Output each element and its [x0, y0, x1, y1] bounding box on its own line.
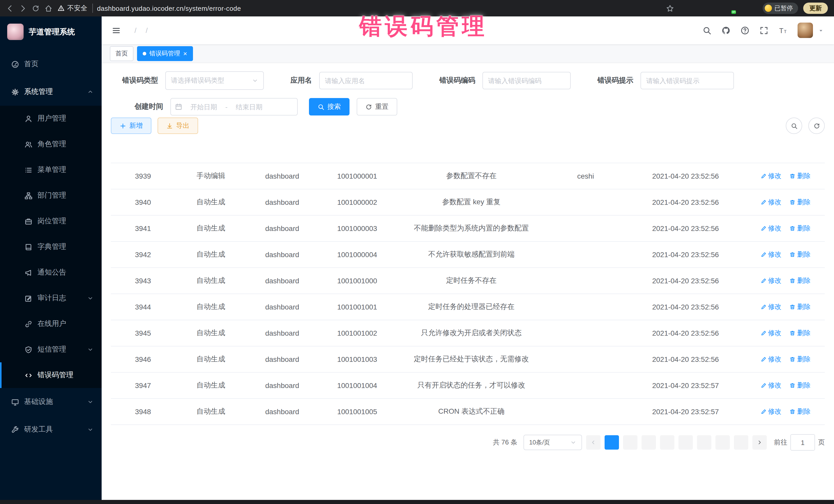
sidebar-item[interactable]: 在线用户: [0, 311, 102, 337]
next-page-button[interactable]: [752, 435, 767, 450]
security-label: 不安全: [67, 4, 87, 13]
delete-link[interactable]: 删除: [790, 355, 811, 364]
home-icon[interactable]: [45, 4, 52, 12]
sidebar-collapse-icon[interactable]: [112, 26, 120, 35]
sidebar-item[interactable]: 基础设施: [0, 388, 102, 416]
page-size-select[interactable]: 10条/页: [524, 435, 582, 450]
url-text[interactable]: dashboard.yudao.iocoder.cn/system/error-…: [97, 4, 241, 12]
search-icon[interactable]: [703, 26, 711, 35]
page-button[interactable]: [605, 435, 619, 450]
github-icon[interactable]: [722, 26, 730, 35]
update-button[interactable]: 更新: [803, 3, 828, 14]
sidebar-item[interactable]: 菜单管理: [0, 157, 102, 183]
end-date-input[interactable]: [230, 103, 269, 111]
sidebar-item[interactable]: 岗位管理: [0, 209, 102, 234]
edit-link[interactable]: 修改: [760, 328, 782, 338]
add-button[interactable]: 新增: [111, 117, 151, 134]
page-button[interactable]: [641, 435, 656, 450]
sidebar-item[interactable]: 短信管理: [0, 337, 102, 363]
browser-extension-icon[interactable]: [691, 4, 699, 12]
browser-extension-icon[interactable]: on: [726, 4, 734, 12]
delete-link[interactable]: 删除: [790, 224, 811, 233]
delete-link[interactable]: 删除: [790, 302, 811, 311]
delete-link[interactable]: 删除: [790, 407, 811, 416]
edit-link[interactable]: 修改: [760, 250, 782, 259]
browser-extension-icon[interactable]: [715, 4, 722, 12]
tab-close-icon[interactable]: [183, 50, 187, 57]
filter-row-2: 创建时间 - 搜索 重置: [111, 98, 825, 115]
edit-link[interactable]: 修改: [760, 276, 782, 285]
page-button[interactable]: [734, 435, 748, 450]
start-date-input[interactable]: [184, 103, 223, 111]
delete-link[interactable]: 删除: [790, 381, 811, 390]
error-hint-input[interactable]: [640, 72, 734, 89]
search-button[interactable]: 搜索: [309, 98, 350, 115]
edit-link[interactable]: 修改: [760, 355, 782, 364]
top-header: TT: [102, 17, 834, 44]
date-range-picker[interactable]: -: [170, 98, 298, 115]
app-name-input[interactable]: [319, 72, 413, 89]
sidebar-item[interactable]: 首页: [0, 50, 102, 78]
delete-link[interactable]: 删除: [790, 198, 811, 207]
back-icon[interactable]: [6, 4, 14, 12]
logo[interactable]: 芋道管理系统: [0, 17, 102, 47]
breadcrumb-item[interactable]: [130, 26, 141, 35]
goto-page-input[interactable]: [790, 434, 815, 451]
bookmark-star-icon[interactable]: [666, 4, 674, 12]
sidebar-item[interactable]: 字典管理: [0, 234, 102, 260]
reset-button[interactable]: 重置: [357, 98, 397, 115]
sidebar-item[interactable]: 研发工具: [0, 416, 102, 443]
delete-link[interactable]: 删除: [790, 171, 811, 181]
refresh-table-button[interactable]: [808, 117, 825, 134]
cell-id: 3946: [111, 346, 175, 372]
browser-extension-icon[interactable]: [703, 4, 710, 12]
page-button[interactable]: [697, 435, 711, 450]
browser-extension-icon[interactable]: [738, 4, 746, 12]
error-code-table: 3939 手动编辑 dashboard 1001000001 参数配置不存在 c…: [111, 141, 825, 425]
edit-link[interactable]: 修改: [760, 381, 782, 390]
error-code-input[interactable]: [482, 72, 571, 89]
browser-extension-icon[interactable]: [679, 4, 687, 12]
browser-extension-icon[interactable]: [750, 4, 758, 12]
fullscreen-icon[interactable]: [760, 26, 768, 35]
page-button[interactable]: [623, 435, 637, 450]
delete-link[interactable]: 删除: [790, 328, 811, 338]
trash-icon: [790, 251, 796, 258]
page-button[interactable]: [679, 435, 693, 450]
user-avatar[interactable]: [797, 23, 813, 38]
forward-icon[interactable]: [19, 4, 27, 12]
breadcrumb-item[interactable]: [141, 26, 152, 35]
sidebar-item[interactable]: 角色管理: [0, 131, 102, 157]
refresh-icon[interactable]: [32, 4, 40, 12]
tab[interactable]: 首页: [110, 46, 133, 61]
font-size-icon[interactable]: TT: [778, 26, 787, 35]
sidebar-item[interactable]: 部门管理: [0, 183, 102, 209]
security-indicator[interactable]: 不安全: [58, 4, 93, 13]
edit-link[interactable]: 修改: [760, 302, 782, 311]
emoji-icon: [765, 5, 772, 12]
sidebar-item[interactable]: 系统管理: [0, 78, 102, 106]
toggle-search-button[interactable]: [786, 117, 802, 134]
chevron-down-icon[interactable]: [818, 27, 824, 33]
edit-link[interactable]: 修改: [760, 407, 782, 416]
sidebar-item[interactable]: 通知公告: [0, 260, 102, 285]
svg-text:T: T: [784, 29, 787, 34]
help-icon[interactable]: [741, 26, 749, 35]
prev-page-button[interactable]: [586, 435, 600, 450]
tab[interactable]: 错误码管理: [137, 46, 193, 61]
cell-time: 2021-04-20 23:52:57: [625, 372, 746, 398]
page-button[interactable]: [660, 435, 674, 450]
edit-link[interactable]: 修改: [760, 171, 782, 181]
sidebar-item[interactable]: 审计日志: [0, 285, 102, 311]
export-button[interactable]: 导出: [158, 117, 198, 134]
sidebar-item[interactable]: 用户管理: [0, 106, 102, 131]
delete-link[interactable]: 删除: [790, 250, 811, 259]
address-bar[interactable]: 不安全 dashboard.yudao.iocoder.cn/system/er…: [58, 2, 661, 15]
error-type-select[interactable]: 请选择错误码类型: [165, 71, 264, 90]
edit-link[interactable]: 修改: [760, 198, 782, 207]
page-button[interactable]: [716, 435, 730, 450]
paused-chip[interactable]: 已暂停: [763, 3, 798, 14]
edit-link[interactable]: 修改: [760, 224, 782, 233]
sidebar-item[interactable]: 错误码管理: [0, 363, 102, 388]
delete-link[interactable]: 删除: [790, 276, 811, 285]
